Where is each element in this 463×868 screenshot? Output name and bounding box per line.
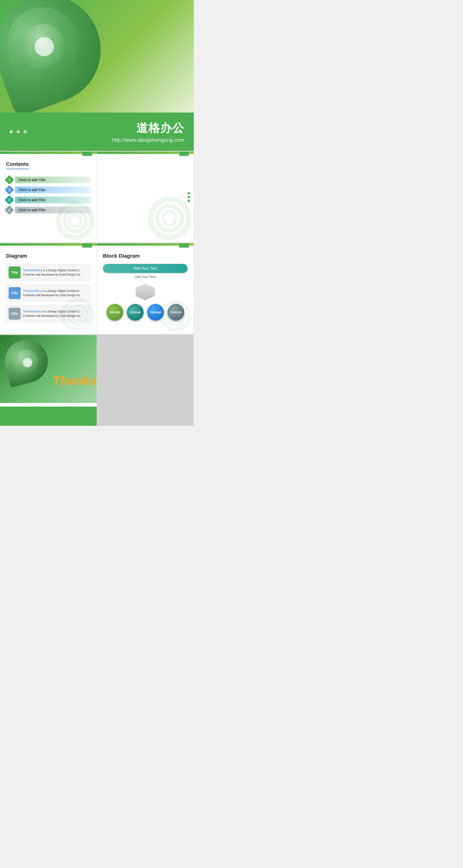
num-label-3: 3 bbox=[8, 198, 10, 202]
svg-point-1 bbox=[64, 210, 86, 231]
block-header-bar[interactable]: Add Your Text bbox=[103, 264, 188, 273]
diagram-badge-3: Title bbox=[9, 308, 21, 320]
blank-dot-1 bbox=[188, 192, 190, 194]
contents-num-4: 4 bbox=[5, 205, 14, 215]
svg-point-10 bbox=[167, 307, 185, 325]
diagram-title: Diagram bbox=[6, 253, 91, 259]
contents-label-2[interactable]: Click to add Title bbox=[15, 187, 91, 193]
diagram-watermark bbox=[61, 298, 94, 332]
blank-slide-1 bbox=[97, 152, 194, 243]
thanks-bottom-bar bbox=[0, 407, 97, 426]
brand-cn-text: 道格办公 bbox=[112, 120, 184, 136]
diagram-badge-2: Title bbox=[9, 287, 21, 299]
thanks-slide: Thanks! bbox=[0, 335, 97, 426]
brand-url-text: http://www.daogebangong.com bbox=[112, 137, 184, 143]
contents-item-2[interactable]: 2 Click to add Title bbox=[6, 187, 91, 193]
blank-dot-2 bbox=[188, 196, 190, 198]
concept-ball-1[interactable]: concept bbox=[106, 304, 123, 321]
contents-num-1: 1 bbox=[5, 175, 14, 185]
num-label-1: 1 bbox=[8, 178, 10, 182]
hero-dot-2 bbox=[16, 130, 20, 133]
corner-accent-r1 bbox=[179, 152, 189, 156]
svg-point-4 bbox=[157, 206, 182, 231]
thanks-text: Thanks! bbox=[53, 373, 97, 388]
hero-dot-1 bbox=[9, 130, 13, 133]
hero-slide: 道格办公 http://www.daogebangong.com bbox=[0, 0, 194, 151]
diagram-badge-1: Title bbox=[9, 267, 21, 278]
contents-num-3: 3 bbox=[5, 195, 14, 205]
block-corner bbox=[179, 243, 189, 248]
block-sub-text: Add Your Text bbox=[103, 275, 188, 279]
block-watermark bbox=[160, 301, 191, 332]
contents-watermark bbox=[56, 202, 94, 240]
contents-item-1[interactable]: 1 Click to add Title bbox=[6, 177, 91, 183]
diagram-item-1[interactable]: Title ThemeGallery is a Design Digital C… bbox=[6, 264, 91, 281]
svg-point-8 bbox=[72, 310, 83, 320]
diagram-text-1: ThemeGallery is a Design Digital Content… bbox=[23, 268, 88, 277]
slides-grid-row3: Thanks! bbox=[0, 334, 194, 426]
slides-grid-row1: Contents 1 Click to add Title 2 Click to… bbox=[0, 151, 194, 243]
diagram-slide: Diagram Title ThemeGallery is a Design D… bbox=[0, 243, 97, 334]
block-hexagon bbox=[136, 283, 155, 300]
block-diagram-title: Block Diagram bbox=[103, 253, 188, 259]
svg-point-11 bbox=[171, 311, 180, 321]
blank-dot-3 bbox=[188, 200, 190, 202]
num-label-4: 4 bbox=[8, 208, 10, 212]
contents-slide: Contents 1 Click to add Title 2 Click to… bbox=[0, 152, 97, 243]
contents-label-1[interactable]: Click to add Title bbox=[15, 177, 91, 183]
block-hexagon-area bbox=[103, 283, 188, 300]
blank-watermark bbox=[148, 197, 191, 240]
num-label-2: 2 bbox=[8, 188, 10, 192]
hero-dot-3 bbox=[24, 130, 27, 133]
hero-bottom-bar: 道格办公 http://www.daogebangong.com bbox=[0, 113, 194, 151]
concept-ball-2[interactable]: Concept bbox=[127, 304, 143, 321]
thanks-spiral-core bbox=[23, 358, 32, 367]
hero-dots bbox=[9, 130, 27, 133]
svg-point-2 bbox=[69, 215, 81, 227]
contents-num-2: 2 bbox=[5, 185, 14, 195]
svg-point-5 bbox=[163, 212, 176, 225]
block-diagram-slide: Block Diagram Add Your Text Add Your Tex… bbox=[97, 243, 194, 334]
blank-dots bbox=[188, 192, 190, 202]
diagram-text-2: ThemeGallery is a Design Digital Content… bbox=[23, 289, 88, 298]
hero-brand: 道格办公 http://www.daogebangong.com bbox=[112, 120, 184, 143]
hero-spiral-graphic bbox=[0, 0, 105, 110]
svg-point-7 bbox=[68, 305, 87, 324]
corner-accent bbox=[82, 152, 92, 156]
slides-grid-row2: Diagram Title ThemeGallery is a Design D… bbox=[0, 243, 194, 334]
gray-blank-slide bbox=[97, 335, 194, 426]
contents-title: Contents bbox=[6, 161, 29, 169]
diagram-corner bbox=[82, 243, 92, 248]
spiral-core bbox=[35, 37, 54, 56]
thanks-spiral bbox=[5, 340, 53, 388]
